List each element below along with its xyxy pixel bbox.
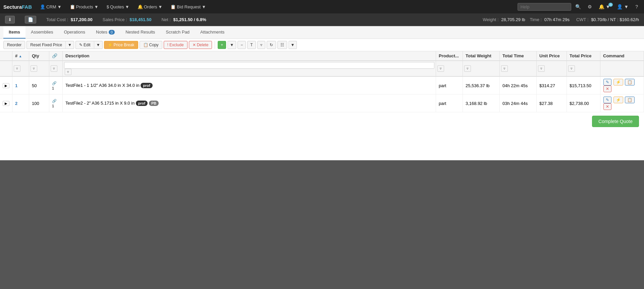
cell-link: 🔗 1 bbox=[49, 95, 63, 112]
reset-fixed-price-dropdown[interactable]: ▼ bbox=[65, 41, 74, 49]
cell-description: TestFile2 - 2" A36 5.1715 in X 9.0 in pr… bbox=[63, 95, 436, 112]
link-count: 1 bbox=[52, 86, 54, 90]
user-icon-btn[interactable]: 👤 ▼ bbox=[614, 3, 631, 11]
filter-total-price: ▿ bbox=[567, 61, 600, 76]
search-icon-btn[interactable]: 🔍 bbox=[573, 3, 584, 11]
cell-total-weight: 25,536.37 lb bbox=[463, 76, 500, 95]
reset-fixed-price-group: Reset Fixed Price ▼ bbox=[26, 41, 74, 49]
notifications-icon-btn[interactable]: 🔔 0 ▼ bbox=[596, 3, 613, 11]
brand-logo[interactable]: SecturaFAB bbox=[3, 4, 32, 10]
summary-right: Weight : 28,705.29 lb Time : 07h 47m 29s… bbox=[483, 17, 639, 22]
main-content: Items Assemblies Operations Notes 0 Nest… bbox=[0, 26, 644, 160]
add-button[interactable]: + bbox=[218, 41, 226, 49]
filter-product-btn[interactable]: ▿ bbox=[437, 65, 444, 72]
cell-qty: 50 bbox=[29, 76, 49, 95]
total-cost: Total Cost : $17,200.00 bbox=[46, 17, 93, 22]
filter-qty-btn[interactable]: ▿ bbox=[31, 65, 37, 72]
tag-pb: PB bbox=[149, 101, 159, 106]
filter-unit-price-btn[interactable]: ▿ bbox=[538, 65, 545, 72]
nav-products[interactable]: 📋 Products ▼ bbox=[66, 3, 102, 11]
nav-crm[interactable]: 👤 CRM ▼ bbox=[37, 3, 65, 11]
table-row: ▶ 2 100 🔗 1 TestFile2 - 2" A36 5.1715 in… bbox=[0, 95, 644, 112]
add-dropdown[interactable]: ▼ bbox=[227, 41, 236, 49]
edit-group: ✎ Edit ▼ bbox=[75, 41, 103, 49]
nav-orders[interactable]: 🔔 Orders ▼ bbox=[134, 3, 166, 11]
filter-num: ▿ bbox=[12, 61, 29, 76]
filter-link: ▿ bbox=[49, 61, 63, 76]
filter-link-btn[interactable]: ▿ bbox=[51, 65, 57, 72]
link-icon: 🔗 bbox=[52, 81, 57, 85]
exclude-button[interactable]: ! Exclude bbox=[164, 41, 187, 49]
cell-total-weight: 3,168.92 lb bbox=[463, 95, 500, 112]
col-num: # ▲ bbox=[12, 51, 29, 61]
tag-prof: prof bbox=[136, 101, 148, 106]
delete-button[interactable]: ✕ Delete bbox=[189, 41, 212, 49]
col-expand bbox=[0, 51, 12, 61]
filter-row: ▿ ▿ ▿ ▿ ▿ ▿ bbox=[0, 61, 644, 76]
copy-row-button[interactable]: 📋 bbox=[625, 97, 635, 103]
edit-row-button[interactable]: ✎ bbox=[603, 79, 611, 85]
filter-command bbox=[600, 61, 644, 76]
cell-qty: 100 bbox=[29, 95, 49, 112]
edit-dropdown[interactable]: ▼ bbox=[94, 41, 103, 49]
minus-button[interactable]: − bbox=[237, 41, 246, 49]
cell-num: 2 bbox=[12, 95, 29, 112]
grid-dropdown[interactable]: ▼ bbox=[288, 41, 297, 49]
tab-scratch-pad[interactable]: Scratch Pad bbox=[160, 26, 195, 39]
sort-icon: ▲ bbox=[19, 54, 22, 58]
reorder-button[interactable]: Reorder bbox=[3, 41, 25, 49]
tab-assemblies[interactable]: Assemblies bbox=[25, 26, 58, 39]
filter-description-input[interactable] bbox=[64, 62, 434, 69]
page-btn[interactable]: 📄 bbox=[25, 16, 36, 23]
col-product: Product... bbox=[436, 51, 463, 61]
expand-button[interactable]: ▶ bbox=[3, 83, 9, 88]
price-break-button[interactable]: ⚡ Price Break bbox=[104, 41, 138, 49]
help-search-input[interactable] bbox=[518, 3, 571, 11]
tab-nested-results[interactable]: Nested Results bbox=[120, 26, 160, 39]
sales-price: Sales Price : $18,451.50 bbox=[103, 17, 152, 22]
complete-quote-button[interactable]: Complete Quote bbox=[592, 116, 639, 127]
filter-weight-btn[interactable]: ▿ bbox=[464, 65, 471, 72]
filter-time-btn[interactable]: ▿ bbox=[501, 65, 508, 72]
filter-num-btn[interactable]: ▿ bbox=[14, 65, 20, 72]
tab-operations[interactable]: Operations bbox=[58, 26, 91, 39]
download-btn[interactable]: ⬇ bbox=[5, 16, 15, 23]
bolt-row-button[interactable]: ⚡ bbox=[613, 79, 623, 85]
filter-total-price-btn[interactable]: ▿ bbox=[568, 65, 575, 72]
edit-row-button[interactable]: ✎ bbox=[603, 97, 611, 103]
bolt-row-button[interactable]: ⚡ bbox=[613, 97, 623, 103]
cell-command: ✎ ⚡ 📋 ✕ bbox=[600, 95, 644, 112]
table-body: ▶ 1 50 🔗 1 TestFile1 - 1 1/2" A36 34.0 i… bbox=[0, 76, 644, 112]
filter-description-btn[interactable]: ▿ bbox=[65, 69, 71, 75]
complete-quote-row: Complete Quote bbox=[0, 112, 644, 130]
filter-qty: ▿ bbox=[29, 61, 49, 76]
link-icon: 🔗 bbox=[52, 99, 57, 103]
refresh-button[interactable]: ↻ bbox=[267, 41, 276, 49]
row-number: 1 bbox=[15, 83, 17, 88]
cell-num: 1 bbox=[12, 76, 29, 95]
nav-quotes[interactable]: $ Quotes ▼ bbox=[103, 3, 133, 11]
edit-button[interactable]: ✎ Edit bbox=[75, 41, 94, 49]
copy-button[interactable]: 📋 Copy bbox=[140, 41, 162, 49]
tab-notes[interactable]: Notes 0 bbox=[91, 26, 120, 39]
filter-button[interactable]: ▿ bbox=[257, 41, 265, 49]
table-row: ▶ 1 50 🔗 1 TestFile1 - 1 1/2" A36 34.0 i… bbox=[0, 76, 644, 95]
copy-row-button[interactable]: 📋 bbox=[625, 79, 635, 85]
tab-items[interactable]: Items bbox=[3, 26, 25, 39]
nav-bid-request[interactable]: 📋 Bid Request ▼ bbox=[167, 3, 209, 11]
toolbar: Reorder Reset Fixed Price ▼ ✎ Edit ▼ ⚡ P… bbox=[0, 39, 644, 51]
notification-badge: 0 bbox=[608, 3, 613, 7]
delete-row-button[interactable]: ✕ bbox=[603, 85, 611, 92]
reset-fixed-price-button[interactable]: Reset Fixed Price bbox=[26, 41, 65, 49]
grid-button[interactable]: ☷ bbox=[277, 41, 287, 49]
expand-button[interactable]: ▶ bbox=[3, 101, 9, 106]
cell-unit-price: $27.38 bbox=[537, 95, 567, 112]
cwt-info: CWT : $0.70/lb / NT : $160.62/h bbox=[576, 17, 639, 22]
settings-icon-btn[interactable]: ⚙ bbox=[585, 3, 595, 11]
cell-description: TestFile1 - 1 1/2" A36 34.0 in X 34.0 in… bbox=[63, 76, 436, 95]
delete-row-button[interactable]: ✕ bbox=[603, 103, 611, 110]
help-icon-btn[interactable]: ? bbox=[633, 3, 641, 11]
text-button[interactable]: T bbox=[247, 41, 256, 49]
navbar: SecturaFAB 👤 CRM ▼ 📋 Products ▼ $ Quotes… bbox=[0, 0, 644, 13]
tab-attachments[interactable]: Attachments bbox=[195, 26, 230, 39]
